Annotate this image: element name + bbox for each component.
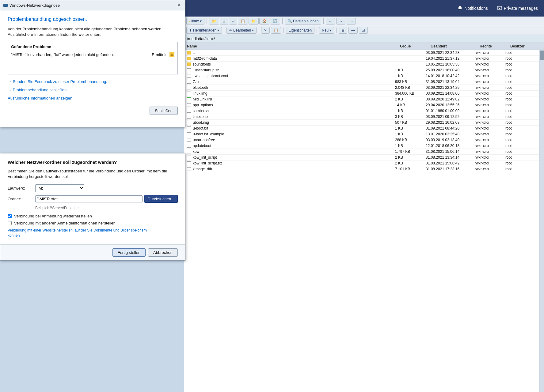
view-add-btn[interactable]: ⊞ xyxy=(339,27,347,34)
separator3 xyxy=(323,18,324,24)
netdrive-dialog: Welcher Netzwerkordner soll zugeordnet w… xyxy=(0,153,185,261)
website-link[interactable]: Verbindung mit einer Website herstellen,… xyxy=(8,228,178,238)
back-btn[interactable]: ← xyxy=(326,18,335,24)
bell-icon xyxy=(458,6,462,11)
problem-status: Ermittelt xyxy=(152,52,166,57)
new-folder-btn[interactable]: 📁 xyxy=(209,18,219,24)
fm-scroll-thumb[interactable] xyxy=(540,51,544,60)
checkbox2-row: Verbindung mit anderen Anmeldeinformatio… xyxy=(8,221,178,225)
table-row[interactable]: timezone 3 KB 03.09.2021 09:12:52 rwxr-x… xyxy=(184,114,539,120)
drive-select[interactable]: M: xyxy=(35,184,84,192)
download-label: Herunterladen xyxy=(193,28,216,32)
table-row[interactable]: xow 1.797 KB 31.08.2021 15:06:14 rwxr-xr… xyxy=(184,149,539,155)
file-name-text: u-boot.txt xyxy=(193,126,208,130)
table-row[interactable]: mt32-rom-data 19.04.2021 21:37:12 rwxr-x… xyxy=(184,56,539,62)
file-owner: root xyxy=(505,51,536,55)
new-dropdown-icon: ▾ xyxy=(329,28,331,32)
move-btn[interactable]: 📁 xyxy=(249,18,259,24)
file-permissions: rwxr-xr-x xyxy=(475,132,505,136)
file-name: samba.sh xyxy=(187,109,395,113)
notifications-btn[interactable]: Notifications xyxy=(458,6,488,11)
copy-btn[interactable]: 📋 xyxy=(238,18,248,24)
location-folder-btn[interactable]: ▪ linux ▾ xyxy=(186,18,204,24)
file-owner: root xyxy=(505,97,536,101)
diagnosis-heading: Problembehandlung abgeschlossen. xyxy=(8,17,178,22)
search-label: Dateien suchen xyxy=(293,19,318,23)
checkbox1-row: Verbindung bei Anmeldung wiederherstelle… xyxy=(8,214,178,218)
private-messages-btn[interactable]: Private messages xyxy=(497,6,538,11)
file-name-text: u-boot.txt_example xyxy=(193,132,224,136)
file-size: 7.101 KB xyxy=(395,167,426,171)
col-owner[interactable]: Besitzer xyxy=(510,44,541,48)
file-modified: 03.09.2021 14:08:00 xyxy=(426,91,475,96)
problem-text: "MiSTer" ist vorhanden, "fat" wurde jedo… xyxy=(11,52,149,57)
properties-btn[interactable]: Eigenschaften xyxy=(286,27,314,34)
schliessen-btn[interactable]: Schließen xyxy=(150,107,178,115)
col-permissions[interactable]: Rechte xyxy=(480,44,510,48)
table-row[interactable]: ppp_options 14 KB 29.04.2020 12:55:26 rw… xyxy=(184,102,539,108)
view-check-btn[interactable]: ☑ xyxy=(359,27,368,34)
table-row[interactable]: u-boot.txt 1 KB 01.09.2021 08:44:20 rwxr… xyxy=(184,126,539,131)
col-name[interactable]: Name xyxy=(187,44,400,48)
fm-scrollbar[interactable] xyxy=(539,50,544,392)
checkbox2[interactable] xyxy=(8,221,12,225)
file-permissions: rwxr-xr-x xyxy=(475,115,505,119)
finish-btn[interactable]: Fertig stellen xyxy=(112,248,146,257)
file-manager: ▪ linux ▾ 📁 ⊞ ▽ 📋 📁 🏠 🔄 🔍 Dateien suchen… xyxy=(184,17,544,392)
edit-btn[interactable]: ✏ Bearbeiten ▾ xyxy=(226,27,257,34)
col-size[interactable]: Größe xyxy=(400,44,431,48)
top-bar: Notifications Private messages xyxy=(184,0,544,17)
fm-toolbar1: ▪ linux ▾ 📁 ⊞ ▽ 📋 📁 🏠 🔄 🔍 Dateien suchen… xyxy=(184,17,544,26)
file-permissions: rwxr-xr-x xyxy=(475,120,505,125)
file-owner: root xyxy=(505,132,536,136)
table-row[interactable]: zImage_dtb 7.101 KB 31.08.2021 17:23:16 … xyxy=(184,166,539,172)
table-row[interactable]: xow_init_script.txt 2 KB 31.08.2021 15:0… xyxy=(184,160,539,166)
home-btn[interactable]: 🏠 xyxy=(259,18,269,24)
browse-btn[interactable]: Durchsuchen... xyxy=(144,195,178,203)
table-row[interactable]: updateboot 1 KB 12.01.2018 06:20:18 rwxr… xyxy=(184,143,539,149)
col-modified[interactable]: Geändert xyxy=(431,44,480,48)
checkbox1[interactable] xyxy=(8,214,12,218)
table-row[interactable]: 7za 983 KB 31.08.2021 13:19:04 rwxr-xr-x… xyxy=(184,79,539,85)
download-btn[interactable]: ⬇ Herunterladen ▾ xyxy=(186,27,222,34)
diagnosis-close-btn[interactable]: ✕ xyxy=(176,2,182,8)
new-label: Neu xyxy=(322,28,329,32)
table-row[interactable]: .. 03.09.2021 22:34:23 rwxr-xr-x root xyxy=(184,50,539,56)
feedback-link[interactable]: → Senden Sie Feedback zu dieser Problemb… xyxy=(8,79,178,84)
search-btn[interactable]: 🔍 Dateien suchen xyxy=(285,18,321,24)
refresh-btn[interactable]: 🔄 xyxy=(270,18,280,24)
extra-btn[interactable]: ⋯ xyxy=(347,18,356,24)
diag-desc-line2: Ausführlichere Informationen finden Sie … xyxy=(8,32,101,37)
cancel-btn[interactable]: Abbrechen xyxy=(148,248,178,257)
details-link[interactable]: Ausführliche Informationen anzeigen xyxy=(8,96,178,100)
table-row[interactable]: xow_init_script 2 KB 31.08.2021 13:34:14… xyxy=(184,155,539,160)
close-treatment-link[interactable]: → Problembehandlung schließen xyxy=(8,88,178,92)
folder-input[interactable] xyxy=(35,195,143,202)
table-row[interactable]: soundfonts 13.05.2021 10:05:38 rwxr-xr-x… xyxy=(184,62,539,67)
file-owner: root xyxy=(505,144,536,148)
file-name-text: uboot.img xyxy=(193,120,209,125)
copy2-btn[interactable]: 📋 xyxy=(271,27,281,34)
file-permissions: rwxr-xr-x xyxy=(475,91,505,96)
fm-scroll-container: .. 03.09.2021 22:34:23 rwxr-xr-x root mt… xyxy=(184,50,544,392)
file-modified: 01.01.1980 01:00:00 xyxy=(426,109,475,113)
grid-btn[interactable]: ⊞ xyxy=(220,18,228,24)
problems-box: Gefundene Probleme "MiSTer" ist vorhande… xyxy=(8,42,178,74)
table-row[interactable]: samba.sh 1 KB 01.01.1980 01:00:00 rwxr-x… xyxy=(184,108,539,114)
delete-btn[interactable]: ✕ xyxy=(261,27,270,34)
file-name: .. xyxy=(187,51,395,55)
table-row[interactable]: uboot.img 507 KB 29.08.2021 16:02:08 rwx… xyxy=(184,120,539,126)
table-row[interactable]: _wpa_supplicant.conf 1 KB 14.01.2018 10:… xyxy=(184,73,539,79)
new-btn[interactable]: Neu ▾ xyxy=(319,27,334,34)
forward-btn[interactable]: → xyxy=(336,18,345,24)
table-row[interactable]: MidiLink.INI 2 KB 08.09.2020 12:49:02 rw… xyxy=(184,96,539,102)
filter-btn[interactable]: ▽ xyxy=(229,18,237,24)
table-row[interactable]: unrar-nonfree 288 KB 03.03.2019 02:13:40… xyxy=(184,137,539,143)
file-name: linux.img xyxy=(187,91,395,96)
table-row[interactable]: u-boot.txt_example 1 KB 13.01.2020 03:25… xyxy=(184,131,539,137)
table-row[interactable]: bluetooth 2.048 KB 03.09.2021 22:34:29 r… xyxy=(184,85,539,91)
table-row[interactable]: _user-startup.sh 1 KB 25.08.2021 16:00:4… xyxy=(184,67,539,73)
view-remove-btn[interactable]: — xyxy=(348,27,358,34)
table-row[interactable]: linux.img 384.000 KB 03.09.2021 14:08:00… xyxy=(184,91,539,96)
file-modified: 29.04.2020 12:55:26 xyxy=(426,103,475,107)
